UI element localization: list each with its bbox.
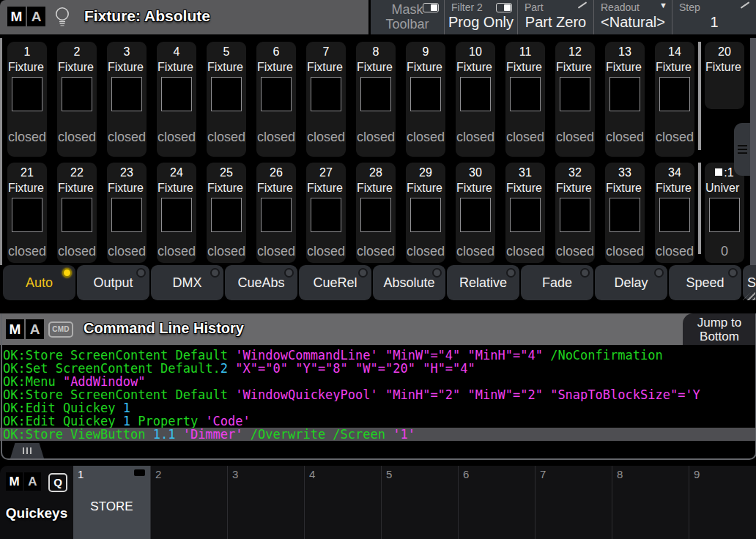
command-history-line[interactable]: OK:Store ScreenContent Default 'WindowQu… (0, 388, 756, 401)
tab-label: S (747, 275, 756, 291)
quickey-cell[interactable]: 3 (227, 466, 304, 539)
quickey-cell[interactable]: 5 (381, 466, 458, 539)
part-button[interactable]: PartPart Zero (517, 0, 593, 34)
fixture-cell[interactable]: 28Fixtureclosed (356, 163, 396, 263)
fixture-cell[interactable]: 21Fixtureclosed (7, 163, 47, 263)
fixture-cell[interactable]: 4Fixtureclosed (157, 42, 196, 157)
fixture-cell[interactable]: 24Fixtureclosed (157, 163, 196, 263)
tab-absolute[interactable]: Absolute (373, 265, 445, 300)
fixture-cell[interactable]: 11Fixtureclosed (505, 42, 545, 157)
fixture-cell[interactable]: 9Fixtureclosed (406, 42, 445, 157)
fixture-cell[interactable]: 33Fixtureclosed (605, 163, 645, 263)
vertical-scroll-handle[interactable] (734, 123, 750, 176)
tab-dmx[interactable]: DMX (151, 265, 223, 300)
chevron-down-icon: ▼ (659, 1, 667, 10)
fixture-cell[interactable]: 30Fixtureclosed (456, 163, 495, 263)
fixture-status: closed (157, 244, 196, 259)
fixture-status: closed (456, 244, 495, 259)
fixture-number: 26 (256, 165, 296, 180)
ma-logo-button[interactable]: M A (6, 319, 44, 339)
mask-toolbar-button[interactable]: MaskToolbar (371, 0, 444, 34)
fixture-cell[interactable]: 34Fixtureclosed (655, 163, 694, 263)
fixture-number: 30 (456, 165, 495, 180)
command-history-line[interactable]: OK:Edit Quickey 1 (0, 401, 756, 415)
readout-button[interactable]: Readout<Natural>▼ (593, 0, 672, 34)
quickeys-title: Quickeys (0, 505, 73, 521)
tab-output[interactable]: Output (77, 265, 149, 300)
command-segment: OK:Store ViewButton (3, 428, 153, 441)
command-history-line[interactable]: OK:Menu "AddWindow" (0, 375, 756, 388)
quickey-cell[interactable]: 2 (150, 466, 227, 539)
fixture-name: Fixture (356, 180, 396, 196)
fixture-cell[interactable]: 27Fixtureclosed (306, 163, 346, 263)
tab-cuerel[interactable]: CueRel (299, 265, 371, 300)
fixture-cell[interactable]: 6Fixtureclosed (256, 42, 296, 157)
fixture-name: Fixture (705, 59, 744, 75)
fixture-status: closed (605, 244, 645, 259)
fixture-cell[interactable]: 1Fixtureclosed (7, 42, 47, 157)
quickey-cell[interactable]: 4 (304, 466, 381, 539)
tab-relative[interactable]: Relative (447, 265, 519, 300)
fixture-cell[interactable]: 14Fixtureclosed (655, 42, 694, 157)
horizontal-scroll-handle[interactable] (10, 443, 44, 458)
fixture-cell[interactable]: 29Fixtureclosed (406, 163, 445, 263)
tab-radio-icon (432, 268, 442, 278)
fixture-number: 34 (655, 165, 694, 180)
fixture-status: closed (406, 130, 445, 145)
fixture-number: 21 (7, 165, 47, 180)
step-button[interactable]: Step1 (672, 0, 756, 34)
fixture-cell[interactable]: 10Fixtureclosed (456, 42, 495, 157)
fixture-cell[interactable]: 26Fixtureclosed (256, 163, 296, 263)
fixture-cell[interactable]: 3Fixtureclosed (107, 42, 147, 157)
command-history-line[interactable]: OK:Store ViewButton 1.1 'Dimmer' /Overwr… (0, 428, 756, 441)
command-history-line[interactable]: OK:Set ScreenContent Default.2 "X"="0" "… (0, 362, 756, 375)
fixture-status: closed (505, 244, 545, 259)
fixture-cell[interactable]: 23Fixtureclosed (107, 163, 147, 263)
fixture-status: closed (356, 244, 396, 259)
quickey-cell[interactable]: 1STORE (73, 466, 150, 539)
fixture-name: Fixture (157, 180, 196, 196)
fixture-name: Fixture (7, 180, 47, 196)
fixture-name: Univer (705, 180, 744, 196)
quickey-cell[interactable]: 6 (458, 466, 535, 539)
toggle-icon (423, 3, 439, 12)
vertical-scroll-track[interactable] (750, 38, 756, 265)
command-segment: 1 (123, 401, 130, 415)
quickey-cell[interactable]: 9 (689, 466, 756, 539)
fixture-cell[interactable]: 8Fixtureclosed (356, 42, 396, 157)
fixture-cell[interactable]: 2Fixtureclosed (57, 42, 97, 157)
pencil-icon (741, 1, 750, 9)
fixture-cell-partial[interactable]: :1Univer0 (705, 163, 744, 263)
fixture-cell[interactable]: 22Fixtureclosed (57, 163, 97, 263)
quickey-cell[interactable]: 8 (612, 466, 689, 539)
fixture-name: Fixture (505, 180, 545, 196)
tab-fade[interactable]: Fade (521, 265, 593, 300)
tab-auto[interactable]: Auto (3, 265, 75, 300)
fixture-cell-partial[interactable]: 20Fixture (705, 42, 744, 109)
tab-cueabs[interactable]: CueAbs (225, 265, 297, 300)
command-history-line[interactable]: OK:Store ScreenContent Default 'WindowCo… (0, 349, 756, 362)
tab-delay[interactable]: Delay (595, 265, 667, 300)
ma-logo-button[interactable]: M A (6, 472, 41, 491)
fixture-name: Fixture (505, 59, 545, 75)
command-segment: OK:Set ScreenContent Default. (3, 362, 220, 375)
fixture-name: Fixture (57, 180, 97, 196)
fixture-cell[interactable]: 13Fixtureclosed (605, 42, 645, 157)
fixture-cell[interactable]: 32Fixtureclosed (555, 163, 595, 263)
fixture-status: closed (107, 244, 147, 259)
command-history-line[interactable]: OK:Edit Quickey 1 Property 'Code' (0, 415, 756, 428)
fixture-cell[interactable]: 7Fixtureclosed (306, 42, 346, 157)
ma-logo-button[interactable]: M A (7, 7, 45, 26)
jump-line2: Bottom (683, 330, 756, 343)
command-segment: OK:Store ScreenContent Default (3, 388, 235, 401)
fixture-cell[interactable]: 25Fixtureclosed (207, 163, 246, 263)
filter-button[interactable]: Filter 2Prog Only (444, 0, 517, 34)
jump-to-bottom-button[interactable]: Jump to Bottom (683, 313, 756, 345)
fixture-status: closed (456, 130, 495, 145)
fixture-name: Fixture (605, 59, 645, 75)
tab-speed[interactable]: Speed (669, 265, 741, 300)
fixture-cell[interactable]: 12Fixtureclosed (555, 42, 595, 157)
fixture-cell[interactable]: 5Fixtureclosed (207, 42, 246, 157)
fixture-cell[interactable]: 31Fixtureclosed (505, 163, 545, 263)
quickey-cell[interactable]: 7 (535, 466, 612, 539)
